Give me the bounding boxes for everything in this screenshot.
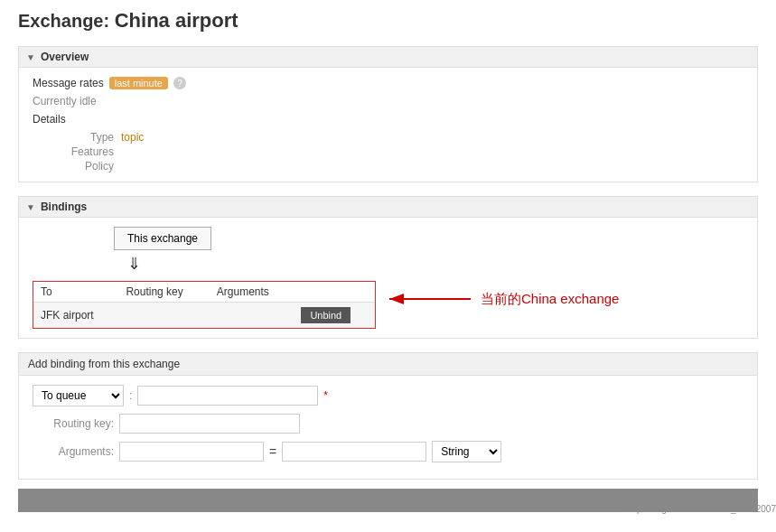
add-binding-content: To queue To exchange : * Routing key: Ar… bbox=[19, 376, 757, 479]
overview-header-label: Overview bbox=[41, 51, 89, 63]
type-val: topic bbox=[121, 131, 743, 144]
bindings-content: This exchange ⇓ To Routing key Arguments bbox=[18, 218, 758, 339]
to-queue-row: To queue To exchange : * bbox=[33, 385, 743, 406]
message-rates-row: Message rates last minute ? bbox=[33, 77, 743, 89]
features-key: Features bbox=[42, 145, 114, 158]
red-arrow-svg bbox=[385, 290, 475, 308]
col-actions bbox=[294, 282, 375, 303]
bindings-table-outer: To Routing key Arguments JFK airport bbox=[33, 281, 743, 329]
col-routing-key: Routing key bbox=[118, 282, 209, 303]
annotation-arrow: 当前的China exchange bbox=[385, 290, 619, 308]
add-binding-header: Add binding from this exchange bbox=[19, 353, 757, 376]
equals-sign: = bbox=[269, 444, 276, 459]
binding-unbind-cell: Unbind bbox=[294, 303, 375, 329]
help-icon[interactable]: ? bbox=[173, 77, 186, 89]
details-table: Type topic Features Policy bbox=[42, 131, 743, 173]
arguments-row: Arguments: = String Integer Boolean bbox=[33, 441, 743, 462]
bindings-section: ▼ Bindings This exchange ⇓ To Routing ke… bbox=[18, 196, 758, 339]
table-row: JFK airport Unbind bbox=[33, 303, 375, 329]
bindings-header[interactable]: ▼ Bindings bbox=[18, 196, 758, 218]
col-arguments: Arguments bbox=[210, 282, 295, 303]
bindings-table: To Routing key Arguments JFK airport bbox=[33, 282, 375, 328]
routing-key-label: Routing key: bbox=[33, 417, 114, 430]
this-exchange-button[interactable]: This exchange bbox=[114, 227, 211, 250]
routing-key-row: Routing key: bbox=[33, 414, 743, 434]
bindings-table-wrapper: To Routing key Arguments JFK airport bbox=[33, 281, 376, 329]
annotation-text: 当前的China exchange bbox=[481, 291, 619, 308]
overview-content: Message rates last minute ? Currently id… bbox=[18, 68, 758, 182]
overview-header[interactable]: ▼ Overview bbox=[18, 46, 758, 68]
arguments-input[interactable] bbox=[119, 442, 264, 462]
arguments-label: Arguments: bbox=[33, 445, 114, 458]
binding-arguments bbox=[210, 303, 295, 329]
col-to: To bbox=[33, 282, 118, 303]
type-key: Type bbox=[42, 131, 114, 144]
binding-routing-key bbox=[118, 303, 209, 329]
policy-key: Policy bbox=[42, 160, 114, 173]
binding-to: JFK airport bbox=[33, 303, 118, 329]
overview-collapse-arrow: ▼ bbox=[26, 52, 35, 62]
to-queue-select[interactable]: To queue To exchange bbox=[33, 385, 124, 406]
overview-section: ▼ Overview Message rates last minute ? C… bbox=[18, 46, 758, 182]
features-val bbox=[121, 145, 743, 158]
down-arrow-icon: ⇓ bbox=[127, 254, 743, 274]
watermark: http://blog.csdn.net/weixin_45492007 bbox=[627, 504, 776, 514]
unbind-button[interactable]: Unbind bbox=[301, 307, 351, 323]
to-queue-input[interactable] bbox=[137, 386, 318, 406]
status-label: Currently idle bbox=[33, 95, 743, 107]
policy-val bbox=[121, 160, 743, 173]
page-title: Exchange: China airport bbox=[18, 9, 758, 37]
message-rates-badge[interactable]: last minute bbox=[109, 77, 168, 89]
routing-key-input[interactable] bbox=[119, 414, 300, 434]
arguments-value-input[interactable] bbox=[282, 442, 426, 462]
bindings-header-label: Bindings bbox=[41, 201, 87, 213]
bindings-collapse-arrow: ▼ bbox=[26, 202, 35, 212]
required-star: * bbox=[323, 389, 328, 402]
add-binding-section: Add binding from this exchange To queue … bbox=[18, 352, 758, 480]
message-rates-label: Message rates bbox=[33, 77, 104, 89]
arguments-type-select[interactable]: String Integer Boolean bbox=[432, 441, 501, 462]
annotation-container: 当前的China exchange bbox=[385, 290, 619, 308]
details-label: Details bbox=[33, 113, 743, 126]
